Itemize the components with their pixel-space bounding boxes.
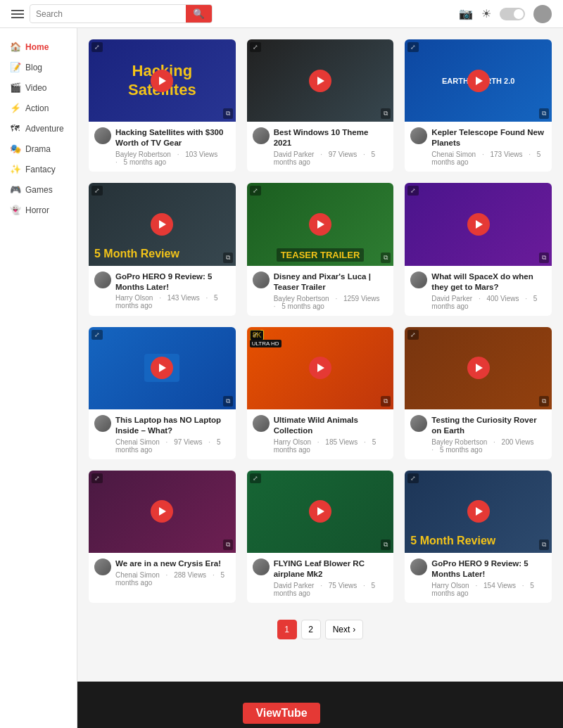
header: 🔍 📷 ☀ xyxy=(0,0,563,28)
video-title: Ultimate Wild Animals Collection xyxy=(274,415,388,436)
page-1-button[interactable]: 1 xyxy=(277,620,297,639)
play-button[interactable] xyxy=(309,500,331,523)
channel-name: Chenai Simon xyxy=(431,151,476,158)
video-info: What will SpaceX do when they get to Mar… xyxy=(405,266,552,316)
play-button[interactable] xyxy=(467,500,490,523)
video-title: Hacking Satellites with $300 Worth of TV… xyxy=(115,127,230,148)
sidebar-icon-1: 📝 xyxy=(10,62,20,72)
play-button[interactable] xyxy=(151,213,173,236)
video-meta: Hacking Satellites with $300 Worth of TV… xyxy=(115,127,230,166)
video-card[interactable]: ⤢ ⧉ Best Windows 10 Theme 2021 David Par… xyxy=(247,39,394,172)
video-card[interactable]: ⤢ ⧉ We are in a new Crysis Era! Chenai S… xyxy=(89,471,236,603)
video-info: Kepler Telescope Found New Planets Chena… xyxy=(405,122,552,172)
video-info: Best Windows 10 Theme 2021 David Parker … xyxy=(247,122,394,172)
search-bar: 🔍 xyxy=(30,4,213,23)
video-info: This Laptop has NO Laptop Inside – What?… xyxy=(89,409,236,459)
channel-avatar xyxy=(253,127,270,144)
sidebar-label-1: Blog xyxy=(25,63,42,72)
play-button[interactable] xyxy=(309,357,331,379)
channel-name: Bayley Robertson xyxy=(115,151,171,158)
sidebar-item-home[interactable]: 🏠 Home xyxy=(0,37,77,57)
video-meta: GoPro HERO 9 Review: 5 Months Later! Har… xyxy=(115,272,230,310)
video-sub: Chenai Simon · 97 Views · 5 months ago xyxy=(115,438,230,454)
hamburger-menu[interactable] xyxy=(11,10,24,18)
video-card[interactable]: Ru ⤢ ⧉ This Laptop has NO Laptop Inside … xyxy=(89,327,236,459)
sidebar-item-adventure[interactable]: 🗺 Adventure xyxy=(0,118,77,139)
sidebar-item-drama[interactable]: 🎭 Drama xyxy=(0,139,77,159)
video-info: Hacking Satellites with $300 Worth of TV… xyxy=(89,122,236,172)
video-title: This Laptop has NO Laptop Inside – What? xyxy=(115,415,230,436)
brightness-icon[interactable]: ☀ xyxy=(481,7,491,20)
footer-logo: ViewTube xyxy=(28,703,535,724)
view-count: 400 Views xyxy=(486,295,519,302)
sidebar-item-fantacy[interactable]: ✨ Fantacy xyxy=(0,159,77,179)
view-count: 143 Views xyxy=(167,294,200,302)
fullscreen-icon: ⤢ xyxy=(91,42,103,52)
channel-name: Chenai Simon xyxy=(115,571,160,579)
sidebar-item-blog[interactable]: 📝 Blog xyxy=(0,57,77,77)
channel-name: David Parker xyxy=(274,582,315,589)
video-sub: Chenai Simon · 288 Views · 5 months ago xyxy=(115,571,230,587)
video-title: Testing the Curiosity Rover on Earth xyxy=(431,415,546,436)
search-input[interactable] xyxy=(30,6,186,22)
video-card[interactable]: ⤢ ⧉ What will SpaceX do when they get to… xyxy=(405,183,552,315)
fullscreen-icon: ⤢ xyxy=(250,42,261,52)
sidebar-label-6: Fantacy xyxy=(25,165,56,174)
video-meta: Testing the Curiosity Rover on Earth Bay… xyxy=(431,415,546,454)
play-button[interactable] xyxy=(309,213,331,236)
play-button[interactable] xyxy=(467,70,490,92)
video-card[interactable]: TEASER TRAILER ⤢ ⧉ Disney and Pixar's Lu… xyxy=(247,183,394,315)
sidebar-item-horror[interactable]: 👻 Horror xyxy=(0,200,77,220)
video-title: Kepler Telescope Found New Planets xyxy=(431,127,546,148)
channel-avatar xyxy=(253,558,270,575)
video-card[interactable]: HackingSatellites ⤢ ⧉ Hacking Satellites… xyxy=(89,39,236,172)
video-thumbnail: EARTH EARTH 2.0 ⤢ ⧉ xyxy=(405,39,552,122)
video-meta: We are in a new Crysis Era! Chenai Simon… xyxy=(115,558,230,587)
page-next-button[interactable]: Next › xyxy=(325,620,364,639)
sidebar-item-games[interactable]: 🎮 Games xyxy=(0,179,77,200)
play-button[interactable] xyxy=(151,70,173,92)
play-button[interactable] xyxy=(309,70,331,92)
sidebar-icon-7: 🎮 xyxy=(10,184,20,195)
page-2-button[interactable]: 2 xyxy=(301,620,321,639)
footer: ViewTube ProductVideo PlayerCreateLive S… xyxy=(0,682,563,728)
video-thumbnail: 5 Month Review ⤢ ⧉ xyxy=(89,183,236,265)
video-info: FLYING Leaf Blower RC airplane Mk2 David… xyxy=(247,553,394,603)
external-link-icon: ⧉ xyxy=(381,396,391,407)
channel-avatar xyxy=(253,272,270,288)
sidebar-label-2: Video xyxy=(25,83,46,93)
external-link-icon: ⧉ xyxy=(223,108,233,119)
sidebar-item-video[interactable]: 🎬 Video xyxy=(0,77,77,98)
play-button[interactable] xyxy=(467,213,490,236)
search-button[interactable]: 🔍 xyxy=(186,5,212,23)
fullscreen-icon: ⤢ xyxy=(407,42,419,52)
footer-logo-text: ViewTube xyxy=(243,703,320,724)
pagination: 1 2 Next › xyxy=(89,620,552,639)
fullscreen-icon: ⤢ xyxy=(91,186,103,196)
play-button[interactable] xyxy=(151,357,173,379)
upload-time: 5 months ago xyxy=(440,446,483,454)
video-thumbnail: ⤢ ⧉ xyxy=(247,471,394,553)
channel-avatar xyxy=(94,272,111,288)
view-count: 1259 Views xyxy=(343,295,380,302)
dark-mode-toggle[interactable] xyxy=(500,8,525,20)
camera-icon[interactable]: 📷 xyxy=(459,7,473,20)
channel-name: David Parker xyxy=(431,295,472,302)
play-button[interactable] xyxy=(467,357,490,379)
channel-name: Bayley Robertson xyxy=(274,295,329,302)
avatar[interactable] xyxy=(533,5,552,23)
video-meta: Best Windows 10 Theme 2021 David Parker … xyxy=(274,127,388,166)
video-sub: Bayley Robertson · 1259 Views · 5 months… xyxy=(274,295,388,310)
external-link-icon: ⧉ xyxy=(381,539,391,550)
play-button[interactable] xyxy=(151,500,173,523)
video-card[interactable]: 8KULTRA HD ⤢ ⧉ Ultimate Wild Animals Col… xyxy=(247,327,394,459)
video-card[interactable]: 5 Month Review ⤢ ⧉ GoPro HERO 9 Review: … xyxy=(405,471,552,603)
video-card[interactable]: 5 Month Review ⤢ ⧉ GoPro HERO 9 Review: … xyxy=(89,183,236,315)
video-info: Disney and Pixar's Luca | Teaser Trailer… xyxy=(247,266,394,316)
video-card[interactable]: ⤢ ⧉ Testing the Curiosity Rover on Earth… xyxy=(405,327,552,459)
video-card[interactable]: ⤢ ⧉ FLYING Leaf Blower RC airplane Mk2 D… xyxy=(247,471,394,603)
external-link-icon: ⧉ xyxy=(539,108,549,119)
video-sub: David Parker · 97 Views · 5 months ago xyxy=(274,151,388,166)
sidebar-item-action[interactable]: ⚡ Action xyxy=(0,98,77,118)
video-card[interactable]: EARTH EARTH 2.0 ⤢ ⧉ Kepler Telescope Fou… xyxy=(405,39,552,172)
